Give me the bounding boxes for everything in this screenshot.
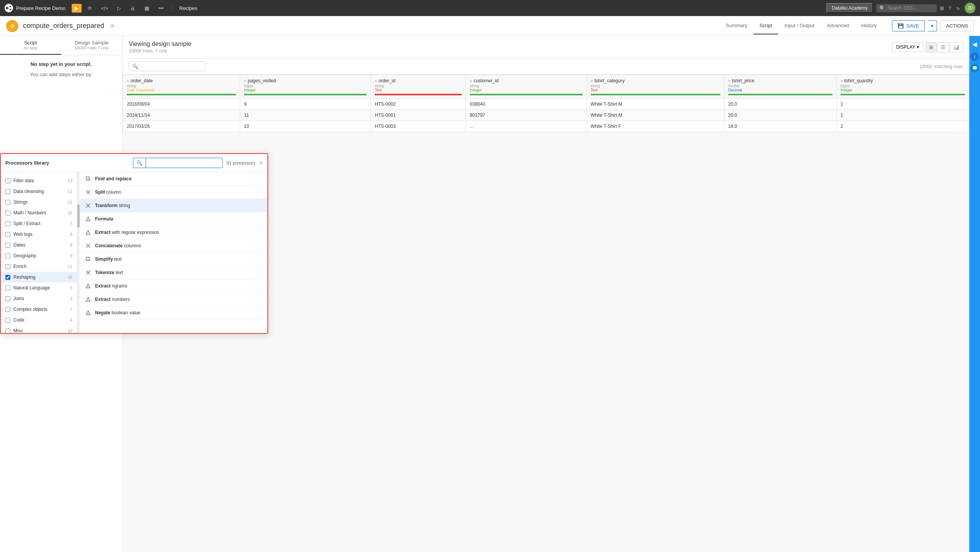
recipes-label: Recipes bbox=[179, 5, 197, 11]
processor-item[interactable]: Concatenate columns bbox=[80, 239, 267, 253]
deploy-icon-btn[interactable]: 🖨 bbox=[127, 4, 138, 13]
category-checkbox[interactable] bbox=[5, 275, 10, 280]
col-order-id[interactable]: ≡order_id string Text bbox=[371, 75, 466, 99]
run-icon-btn[interactable]: ▷ bbox=[114, 4, 124, 13]
display-button[interactable]: DISPLAY ▾ bbox=[892, 42, 923, 52]
processor-item[interactable]: Extract ngrams bbox=[80, 279, 267, 293]
processor-item[interactable]: Transform string bbox=[80, 199, 267, 212]
category-item[interactable]: Reshaping 16 bbox=[1, 272, 77, 283]
col-customer-type: string bbox=[470, 84, 582, 88]
panel-tab-script[interactable]: Script no step bbox=[0, 36, 61, 55]
col-qty-semantic: Integer bbox=[841, 88, 965, 92]
category-checkbox[interactable] bbox=[5, 253, 10, 258]
save-button[interactable]: 💾 SAVE bbox=[892, 20, 925, 31]
academy-btn[interactable]: Dataiku Academy bbox=[826, 3, 873, 13]
category-count: 11 bbox=[68, 189, 72, 194]
col-tshirt-category[interactable]: ≡tshirt_category string Text bbox=[587, 75, 724, 99]
table-header-row: ≡order_date string Date (unparsed) ≡page… bbox=[123, 75, 969, 99]
svg-marker-11 bbox=[86, 230, 90, 234]
tab-summary[interactable]: Summary bbox=[720, 17, 754, 34]
save-dropdown-button[interactable]: ▾ bbox=[928, 20, 937, 31]
category-item[interactable]: Data cleansing 11 bbox=[1, 186, 77, 197]
category-item[interactable]: Dates 8 bbox=[1, 240, 77, 250]
svg-marker-19 bbox=[86, 297, 90, 301]
category-checkbox[interactable] bbox=[5, 211, 10, 216]
panel-tab-design[interactable]: Design Sample 10000 rows 7 cols bbox=[61, 36, 123, 55]
recipe-refresh-icon[interactable]: ⟳ bbox=[110, 23, 115, 29]
category-item[interactable]: Joins 3 bbox=[1, 293, 77, 304]
processor-item[interactable]: Formula bbox=[80, 212, 267, 226]
col-order-date-icon: ≡ bbox=[127, 79, 129, 83]
category-item[interactable]: Enrich 11 bbox=[1, 261, 77, 272]
chart-view-btn[interactable]: 📊 bbox=[950, 42, 963, 52]
category-item[interactable]: Strings 11 bbox=[1, 197, 77, 207]
actions-button[interactable]: ACTIONS bbox=[940, 20, 974, 31]
panel-design-subtitle: 10000 rows 7 cols bbox=[65, 46, 119, 50]
refresh-icon-btn[interactable]: ⟳ bbox=[85, 4, 95, 13]
right-sidebar: ◀ i 💬 bbox=[969, 36, 980, 552]
category-checkbox[interactable] bbox=[5, 232, 10, 237]
processor-name: Extract ngrams bbox=[95, 283, 127, 289]
col-tshirt-quantity[interactable]: ≡tshirt_quantity bigint Integer bbox=[837, 75, 969, 99]
processor-item[interactable]: Extract numbers bbox=[80, 293, 267, 306]
category-checkbox[interactable] bbox=[5, 178, 10, 183]
tab-script[interactable]: Script bbox=[753, 17, 778, 34]
grid-view-btn[interactable]: ⊞ bbox=[926, 42, 937, 52]
list-view-btn[interactable]: ☰ bbox=[937, 42, 949, 52]
processor-item[interactable]: Simplify text bbox=[80, 253, 267, 266]
category-checkbox[interactable] bbox=[5, 200, 10, 205]
processors-close-btn[interactable]: × bbox=[259, 160, 263, 167]
category-item[interactable]: Split / Extract 7 bbox=[1, 218, 77, 229]
category-checkbox[interactable] bbox=[5, 189, 10, 194]
prepare-icon-btn[interactable]: ▶ bbox=[72, 4, 82, 13]
category-checkbox[interactable] bbox=[5, 296, 10, 301]
search-input[interactable] bbox=[888, 5, 934, 11]
processor-icon bbox=[85, 176, 91, 181]
col-tshirt-price[interactable]: ≡tshirt_price double Decimal bbox=[724, 75, 836, 99]
table-cell: 9 bbox=[240, 99, 371, 110]
category-checkbox[interactable] bbox=[5, 328, 10, 333]
category-item[interactable]: Geography 9 bbox=[1, 250, 77, 261]
col-pages-visited[interactable]: ≡pages_visited bigint Integer bbox=[240, 75, 371, 99]
category-item[interactable]: Code 4 bbox=[1, 315, 77, 325]
processor-item[interactable]: Find and replace bbox=[80, 172, 267, 186]
user-avatar[interactable]: JD bbox=[965, 3, 975, 13]
recipe-header: ⚙ compute_orders_prepared ⟳ Summary Scri… bbox=[0, 16, 980, 36]
processor-item[interactable]: Split column bbox=[80, 186, 267, 199]
category-item[interactable]: Web logs 6 bbox=[1, 229, 77, 240]
processor-item[interactable]: Negate boolean value bbox=[80, 306, 267, 320]
col-customer-id[interactable]: ≡customer_id string Integer bbox=[466, 75, 587, 99]
col-qty-icon: ≡ bbox=[841, 79, 843, 83]
processor-item[interactable]: Extract with regular expression bbox=[80, 226, 267, 239]
processor-item[interactable]: Tokenize text bbox=[80, 266, 267, 279]
category-item[interactable]: Misc 10 bbox=[1, 325, 77, 333]
col-order-date[interactable]: ≡order_date string Date (unparsed) bbox=[123, 75, 240, 99]
more-icon-btn[interactable]: ••• bbox=[155, 4, 167, 13]
category-checkbox[interactable] bbox=[5, 307, 10, 312]
tab-input-output[interactable]: Input / Output bbox=[778, 17, 821, 34]
grid-icon-btn[interactable]: ▦ bbox=[141, 4, 152, 13]
sidebar-chat-btn[interactable]: 💬 bbox=[970, 64, 979, 72]
category-checkbox[interactable] bbox=[5, 318, 10, 323]
category-item[interactable]: Natural Language 5 bbox=[1, 283, 77, 293]
category-item[interactable]: Complex objects 7 bbox=[1, 304, 77, 315]
navbar: Prepare Recipe Demo ▶ ⟳ </> ▷ 🖨 ▦ ••• Re… bbox=[0, 0, 980, 16]
data-search-input[interactable] bbox=[141, 64, 202, 69]
sidebar-info-btn[interactable]: i bbox=[970, 52, 979, 61]
processors-search-input[interactable] bbox=[146, 158, 222, 168]
category-checkbox[interactable] bbox=[5, 221, 10, 226]
processor-icon bbox=[85, 256, 91, 262]
activity-icon[interactable]: ∿ bbox=[956, 5, 960, 11]
help-icon[interactable]: ? bbox=[949, 5, 951, 11]
apps-icon[interactable]: ⊞ bbox=[940, 5, 944, 11]
category-checkbox[interactable] bbox=[5, 243, 10, 248]
category-item[interactable]: Filter data 13 bbox=[1, 175, 77, 186]
sidebar-collapse-btn[interactable]: ◀ bbox=[971, 39, 978, 49]
tab-advanced[interactable]: Advanced bbox=[821, 17, 855, 34]
category-item[interactable]: Math / Numbers 15 bbox=[1, 207, 77, 218]
tab-history[interactable]: History bbox=[855, 17, 883, 34]
category-checkbox[interactable] bbox=[5, 264, 10, 269]
category-checkbox[interactable] bbox=[5, 286, 10, 291]
code-icon-btn[interactable]: </> bbox=[98, 4, 111, 13]
table-cell: White T-Shirt M bbox=[587, 99, 724, 110]
